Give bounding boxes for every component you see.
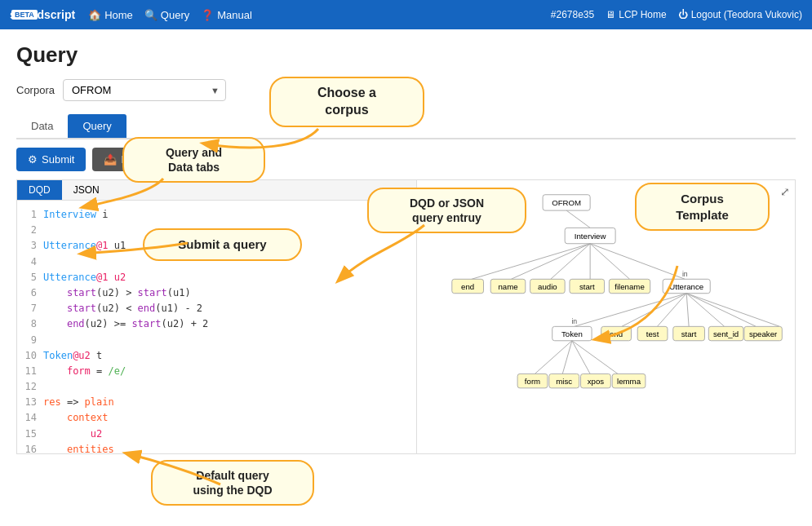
- svg-line-27: [686, 294, 689, 327]
- hash-id: #2678e35: [551, 9, 594, 20]
- nav-home[interactable]: 🏠 Home: [88, 9, 133, 21]
- svg-line-47: [572, 341, 618, 374]
- svg-line-9: [590, 244, 629, 280]
- svg-line-26: [657, 294, 686, 327]
- svg-text:in: in: [571, 317, 577, 325]
- svg-text:test: test: [646, 329, 659, 338]
- expand-icon[interactable]: ⤢: [780, 185, 790, 198]
- svg-line-7: [551, 244, 590, 280]
- corpora-label: Corpora: [16, 84, 55, 96]
- svg-text:form: form: [525, 377, 540, 386]
- submit-icon: ⚙: [28, 153, 38, 166]
- svg-line-2: [566, 210, 590, 228]
- beta-badge: BETA: [11, 10, 38, 20]
- json-tab[interactable]: JSON: [62, 180, 111, 200]
- svg-line-10: [590, 244, 685, 280]
- svg-line-28: [686, 294, 724, 327]
- svg-text:Interview: Interview: [575, 232, 606, 241]
- page-title: Query: [16, 42, 796, 68]
- topbar: BETA soundscript 🏠 Home 🔍 Query ❓ Manual…: [0, 0, 812, 29]
- tab-data[interactable]: Data: [16, 114, 68, 138]
- svg-line-5: [472, 244, 590, 280]
- svg-text:sent_id: sent_id: [713, 329, 739, 338]
- svg-text:OFROM: OFROM: [552, 198, 581, 207]
- nav-query[interactable]: 🔍 Query: [144, 9, 189, 21]
- svg-text:start: start: [681, 329, 697, 338]
- tooltip-default-query: Default queryusing the DQD: [151, 460, 314, 506]
- svg-text:end: end: [461, 282, 474, 291]
- svg-text:Token: Token: [561, 329, 583, 338]
- svg-text:filename: filename: [615, 282, 645, 291]
- svg-line-29: [686, 294, 756, 327]
- dqd-tab[interactable]: DQD: [17, 180, 62, 200]
- svg-text:start: start: [579, 282, 595, 291]
- svg-text:Utterance: Utterance: [669, 282, 703, 291]
- svg-line-46: [572, 341, 590, 374]
- svg-line-6: [511, 244, 590, 280]
- export-button[interactable]: 📤 Export: [92, 148, 163, 171]
- lcp-home-link[interactable]: 🖥 LCP Home: [606, 9, 666, 20]
- svg-line-44: [535, 341, 571, 374]
- svg-text:xpos: xpos: [588, 377, 605, 386]
- export-icon: 📤: [104, 153, 117, 166]
- svg-text:speaker: speaker: [749, 329, 778, 338]
- svg-text:end: end: [610, 329, 623, 338]
- svg-text:audio: audio: [538, 282, 557, 291]
- submit-button[interactable]: ⚙ Submit: [16, 148, 86, 171]
- code-editor[interactable]: 1Interview i 2 3Utterance@1 u1 4 5Uttera…: [17, 201, 416, 453]
- svg-line-24: [575, 294, 686, 327]
- svg-text:misc: misc: [556, 377, 572, 386]
- svg-line-30: [686, 294, 779, 327]
- svg-text:lemma: lemma: [617, 377, 641, 386]
- svg-line-45: [562, 341, 572, 374]
- logout-button[interactable]: ⏻ Logout (Teodora Vukovic): [678, 9, 802, 20]
- nav-manual[interactable]: ❓ Manual: [201, 9, 252, 21]
- svg-text:name: name: [498, 282, 517, 291]
- svg-text:in: in: [682, 270, 688, 278]
- tab-query[interactable]: Query: [68, 114, 126, 138]
- corpora-select[interactable]: OFROM: [63, 79, 226, 101]
